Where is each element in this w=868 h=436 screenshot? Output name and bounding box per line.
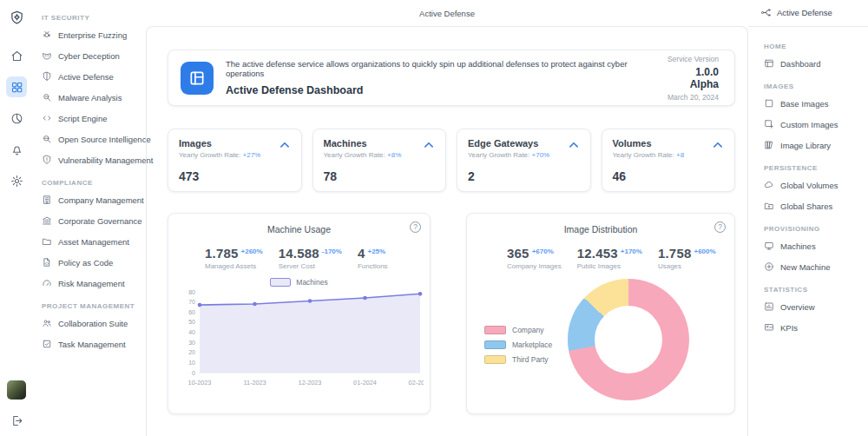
svg-text:02-2024: 02-2024 <box>409 379 424 386</box>
monitor-icon <box>764 241 774 251</box>
sidebar-item-risk-management[interactable]: Risk Management <box>33 273 146 294</box>
user-avatar[interactable] <box>7 380 26 400</box>
chevron-up-icon[interactable] <box>421 137 437 153</box>
sidebar-item-label: New Machine <box>780 262 831 272</box>
bank-icon <box>42 215 52 226</box>
code-icon <box>42 113 52 123</box>
service-version-value: 1.0.0 Alpha <box>665 66 719 90</box>
sidebar-item-global-shares[interactable]: Global Shares <box>764 195 868 216</box>
sidebar-item-label: Global Volumes <box>780 181 838 190</box>
settings-icon[interactable] <box>6 170 27 191</box>
sidebar-item-label: KPIs <box>780 323 798 333</box>
svg-text:50: 50 <box>188 319 195 325</box>
svg-text:12-2023: 12-2023 <box>299 379 322 386</box>
active-defense-action[interactable]: Active Defense <box>760 7 832 18</box>
kpi-board-icon <box>764 322 774 333</box>
sidebar-item-label: Risk Management <box>58 279 125 288</box>
analytics-icon[interactable] <box>6 108 27 129</box>
sidebar-item-policy-as-code[interactable]: Policy as Code <box>33 252 146 273</box>
sidebar-item-kpis[interactable]: KPIs <box>764 317 868 338</box>
stat-card-machines: Machines Yearly Growth Rate: +8% 78 <box>312 129 447 192</box>
sidebar-item-asset-management[interactable]: Asset Management <box>33 231 146 252</box>
notifications-icon[interactable] <box>6 139 27 160</box>
sidebar-item-cyber-deception[interactable]: Cyber Deception <box>33 45 146 66</box>
right-sidebar: HOME Dashboard IMAGES Base Images Custom… <box>748 26 868 436</box>
sidebar-item-overview[interactable]: Overview <box>764 296 868 317</box>
sidebar-item-label: Machines <box>780 241 816 251</box>
sidebar-item-new-machine[interactable]: New Machine <box>764 256 868 277</box>
stat-value: 473 <box>179 169 199 183</box>
sidebar-item-active-defense[interactable]: Active Defense <box>33 66 146 87</box>
stat-value: 2 <box>468 169 475 183</box>
svg-text:10-2023: 10-2023 <box>188 379 212 386</box>
help-icon[interactable]: ? <box>714 221 726 233</box>
sidebar-item-machines[interactable]: Machines <box>764 235 868 256</box>
sidebar-item-malware-analysis[interactable]: Malware Analysis <box>33 87 146 108</box>
top-bar: Active Defense Active Defense <box>146 0 868 26</box>
svg-text:70: 70 <box>188 299 195 305</box>
stat-title: Volumes <box>613 138 725 149</box>
chart-title: Image Distribution <box>477 224 724 235</box>
sidebar-item-base-images[interactable]: Base Images <box>764 93 868 114</box>
app-logo-icon[interactable] <box>6 7 27 28</box>
sidebar-item-open-source-intelligence[interactable]: Open Source Intelligence <box>33 129 146 149</box>
shield-icon <box>42 71 52 82</box>
sidebar-item-label: Asset Management <box>58 237 129 247</box>
chart-stat-server-cost: 14.588-170% Server Cost <box>279 246 342 270</box>
page-title: Active Defense <box>146 9 748 18</box>
dashboard-icon[interactable] <box>6 76 27 97</box>
chevron-up-icon[interactable] <box>277 137 293 153</box>
section-header-project-management: PROJECT MANAGEMENT <box>42 302 146 310</box>
section-header-home: HOME <box>764 43 868 50</box>
left-sidebar: IT SECURITY Enterprise Fuzzing Cyber Dec… <box>33 0 146 436</box>
sidebar-item-custom-images[interactable]: Custom Images <box>764 114 868 135</box>
stat-value: 46 <box>613 169 627 183</box>
search-icon <box>42 134 52 144</box>
charts-row: Machine Usage ? 1.785+260% Managed Asset… <box>168 213 735 414</box>
main-panel: The active defense service allows organi… <box>146 26 748 436</box>
chart-stat-functions: 4+25% Functions <box>358 246 388 270</box>
legend-item-third-party: Third Party <box>484 355 552 364</box>
legend-label: Machines <box>296 278 327 287</box>
sidebar-item-label: Policy as Code <box>58 258 113 268</box>
section-header-persistence: PERSISTENCE <box>764 164 868 172</box>
sidebar-item-task-management[interactable]: Task Management <box>33 334 146 354</box>
building-icon <box>42 195 52 205</box>
chevron-up-icon[interactable] <box>710 137 726 153</box>
sidebar-item-label: Global Shares <box>780 201 832 211</box>
banner-description: The active defense service allows organi… <box>226 59 665 78</box>
sidebar-item-corporate-governance[interactable]: Corporate Governance <box>33 210 146 231</box>
folder-icon <box>42 236 52 247</box>
legend-item-company: Company <box>484 326 552 334</box>
machine-usage-card: Machine Usage ? 1.785+260% Managed Asset… <box>168 213 431 414</box>
sidebar-item-dashboard[interactable]: Dashboard <box>764 53 868 74</box>
growth-label: Yearly Growth Rate: <box>324 151 385 159</box>
stat-title: Machines <box>324 138 436 149</box>
window-icon <box>764 58 774 69</box>
donut-legend: Company Marketplace Third Party <box>484 326 552 364</box>
logout-icon[interactable] <box>6 410 27 431</box>
sidebar-item-script-engine[interactable]: Script Engine <box>33 108 146 129</box>
sidebar-item-label: Vulnerability Management <box>58 155 154 165</box>
sidebar-item-company-management[interactable]: Company Management <box>33 189 146 210</box>
sidebar-item-label: Image Library <box>780 141 831 150</box>
stats-row: Images Yearly Growth Rate: +27% 473 Mach… <box>168 129 735 192</box>
dashboard-app-icon <box>181 62 214 95</box>
chevron-up-icon[interactable] <box>566 137 582 153</box>
sidebar-item-enterprise-fuzzing[interactable]: Enterprise Fuzzing <box>33 24 146 45</box>
sidebar-item-global-volumes[interactable]: Global Volumes <box>764 175 868 195</box>
sidebar-item-label: Custom Images <box>780 120 838 129</box>
sidebar-item-image-library[interactable]: Image Library <box>764 135 868 155</box>
growth-label: Yearly Growth Rate: <box>179 151 240 159</box>
check-square-icon <box>42 339 52 349</box>
svg-text:40: 40 <box>188 329 195 335</box>
home-icon[interactable] <box>6 45 27 66</box>
growth-value: +27% <box>243 151 261 159</box>
section-header-images: IMAGES <box>764 83 868 90</box>
sidebar-item-vulnerability-management[interactable]: Vulnerability Management <box>33 149 146 170</box>
square-icon <box>764 98 774 109</box>
sidebar-item-label: Overview <box>780 302 815 312</box>
image-distribution-card: Image Distribution ? 365+670% Company Im… <box>466 213 735 414</box>
help-icon[interactable]: ? <box>410 221 421 233</box>
sidebar-item-collaboration-suite[interactable]: Collaboration Suite <box>33 313 146 334</box>
